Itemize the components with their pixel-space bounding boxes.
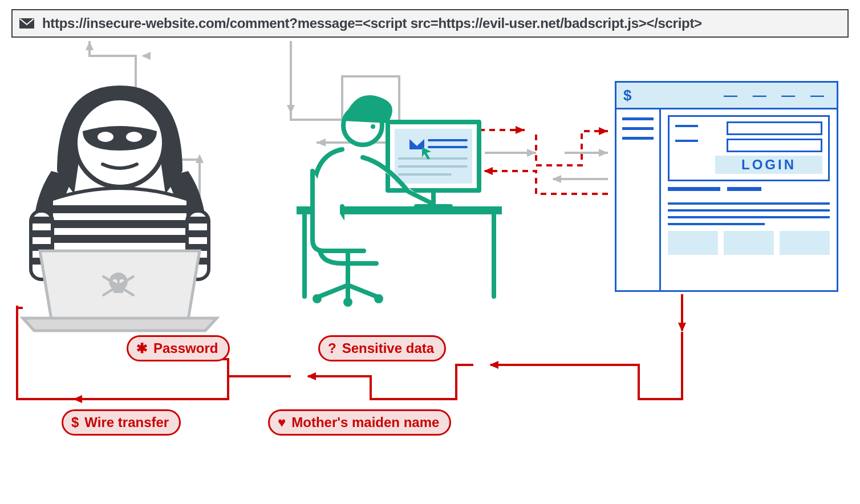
dollar-icon-pill: $: [71, 414, 79, 430]
svg-marker-3: [141, 52, 151, 60]
svg-rect-30: [188, 230, 208, 237]
svg-rect-36: [113, 288, 124, 293]
svg-point-56: [371, 124, 375, 129]
titlebar-dashes: — — — —: [724, 87, 830, 103]
target-website: $ — — — — LOGIN: [615, 81, 838, 292]
svg-marker-2: [86, 41, 94, 50]
url-text: https://insecure-website.com/comment?mes…: [42, 15, 702, 31]
svg-rect-27: [32, 258, 51, 265]
svg-point-55: [343, 106, 382, 145]
svg-rect-29: [188, 217, 208, 223]
pill-maiden-label: Mother's maiden name: [291, 414, 439, 430]
website-main: LOGIN: [661, 109, 837, 290]
pill-sensitive-label: Sensitive data: [342, 340, 434, 356]
svg-line-58: [319, 285, 348, 296]
svg-rect-20: [49, 220, 190, 228]
svg-line-39: [103, 277, 133, 295]
svg-rect-24: [32, 217, 51, 223]
svg-point-16: [75, 98, 164, 187]
attacker-laptop: [23, 251, 217, 331]
svg-point-17: [98, 132, 113, 142]
pill-password-label: Password: [153, 340, 218, 356]
website-titlebar: $ — — — —: [616, 83, 837, 109]
malicious-url-bar: https://insecure-website.com/comment?mes…: [11, 9, 849, 38]
svg-marker-11: [484, 167, 493, 175]
svg-rect-23: [31, 211, 52, 279]
svg-rect-52: [297, 206, 502, 214]
pill-wire-transfer: $ Wire transfer: [62, 409, 181, 436]
svg-rect-22: [46, 250, 194, 258]
svg-point-35: [109, 273, 127, 291]
svg-point-38: [119, 279, 124, 284]
svg-marker-34: [23, 318, 217, 331]
heart-icon: ♥: [278, 414, 286, 430]
svg-marker-15: [73, 395, 82, 403]
asterisk-icon: ✱: [136, 340, 148, 356]
svg-point-63: [343, 298, 352, 307]
svg-rect-32: [188, 258, 208, 265]
svg-marker-1: [196, 154, 204, 163]
svg-marker-5: [287, 105, 295, 114]
svg-rect-31: [188, 244, 208, 251]
skull-icon: [103, 273, 133, 295]
svg-line-59: [348, 285, 376, 296]
svg-rect-28: [187, 211, 209, 279]
svg-line-40: [103, 277, 133, 295]
svg-marker-6: [527, 149, 536, 157]
dollar-icon: $: [623, 87, 631, 104]
svg-rect-41: [388, 122, 479, 190]
svg-marker-33: [40, 251, 200, 319]
svg-marker-4: [317, 139, 326, 147]
svg-point-37: [112, 279, 117, 284]
login-card: LOGIN: [668, 115, 830, 181]
svg-rect-25: [32, 230, 51, 237]
login-field-2: [727, 139, 822, 152]
svg-marker-14: [307, 372, 316, 380]
svg-point-61: [313, 294, 322, 303]
svg-marker-49: [422, 147, 431, 160]
email-on-screen-icon: [399, 139, 466, 174]
login-field-1: [727, 121, 822, 135]
login-button[interactable]: LOGIN: [715, 156, 822, 174]
svg-rect-43: [409, 139, 424, 149]
pill-wire-label: Wire transfer: [84, 414, 169, 430]
svg-rect-21: [47, 235, 193, 243]
svg-marker-9: [516, 126, 525, 134]
svg-marker-13: [489, 361, 498, 369]
pill-maiden-name: ♥ Mother's maiden name: [268, 409, 451, 436]
attacker-figure: [23, 86, 217, 331]
mail-icon: [19, 18, 34, 29]
svg-rect-26: [32, 244, 51, 251]
question-icon: ?: [328, 340, 336, 356]
svg-marker-8: [552, 175, 561, 183]
svg-marker-10: [599, 127, 608, 135]
pill-sensitive-data: ? Sensitive data: [318, 335, 446, 361]
svg-rect-42: [395, 129, 472, 184]
pill-password: ✱ Password: [127, 335, 230, 361]
svg-rect-19: [52, 205, 187, 213]
victim-figure: [297, 95, 502, 307]
svg-point-18: [126, 132, 142, 142]
svg-marker-7: [599, 149, 608, 157]
svg-marker-12: [678, 323, 686, 332]
svg-point-62: [374, 294, 383, 303]
website-sidebar: [616, 109, 661, 290]
